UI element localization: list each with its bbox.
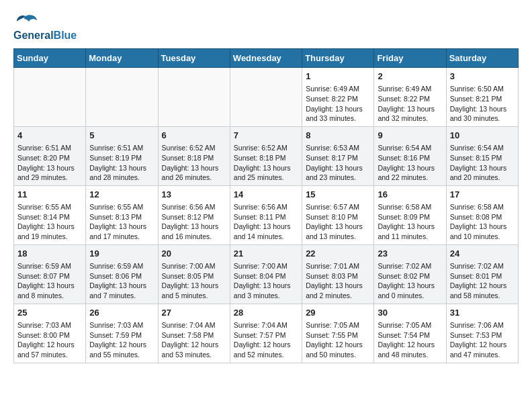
day-number: 2: [378, 71, 442, 83]
sunset-text: Sunset: 7:53 PM: [450, 331, 502, 339]
sunset-text: Sunset: 8:01 PM: [450, 272, 502, 280]
day-number: 28: [234, 307, 298, 319]
sunset-text: Sunset: 8:02 PM: [378, 272, 430, 280]
sunrise-text: Sunrise: 6:58 AM: [450, 203, 504, 211]
sunset-text: Sunset: 8:19 PM: [89, 154, 142, 162]
sunrise-text: Sunrise: 6:56 AM: [234, 203, 287, 211]
sunset-text: Sunset: 8:11 PM: [234, 213, 286, 221]
calendar-cell: 20Sunrise: 7:00 AMSunset: 8:05 PMDayligh…: [158, 244, 230, 304]
sunrise-text: Sunrise: 7:03 AM: [89, 321, 143, 329]
daylight-text: Daylight: 13 hours and 30 minutes.: [450, 105, 507, 123]
daylight-text: Daylight: 12 hours and 50 minutes.: [306, 340, 363, 359]
day-number: 11: [17, 189, 82, 201]
calendar-cell: [86, 68, 158, 127]
sunset-text: Sunset: 7:55 PM: [306, 331, 358, 339]
day-number: 29: [306, 307, 370, 319]
calendar-cell: 21Sunrise: 7:00 AMSunset: 8:04 PMDayligh…: [230, 244, 302, 304]
sunset-text: Sunset: 7:54 PM: [378, 331, 430, 339]
day-number: 23: [378, 248, 442, 260]
day-number: 22: [306, 248, 370, 260]
sunset-text: Sunset: 8:18 PM: [234, 154, 286, 162]
daylight-text: Daylight: 13 hours and 10 minutes.: [450, 222, 507, 240]
calendar-cell: 24Sunrise: 7:02 AMSunset: 8:01 PMDayligh…: [446, 244, 518, 304]
sunrise-text: Sunrise: 6:55 AM: [17, 203, 71, 211]
daylight-text: Daylight: 12 hours and 47 minutes.: [450, 340, 507, 359]
calendar-cell: 12Sunrise: 6:55 AMSunset: 8:13 PMDayligh…: [86, 185, 158, 244]
daylight-text: Daylight: 13 hours and 29 minutes.: [17, 164, 75, 182]
sunset-text: Sunset: 8:08 PM: [450, 213, 502, 221]
daylight-text: Daylight: 12 hours and 52 minutes.: [234, 340, 291, 359]
day-number: 17: [450, 189, 515, 201]
sunset-text: Sunset: 8:07 PM: [17, 272, 70, 280]
weekday-header-sunday: Sunday: [14, 49, 86, 68]
daylight-text: Daylight: 13 hours and 0 minutes.: [378, 281, 435, 300]
sunrise-text: Sunrise: 6:51 AM: [17, 144, 71, 152]
calendar-cell: 31Sunrise: 7:06 AMSunset: 7:53 PMDayligh…: [446, 304, 518, 363]
calendar-week-row: 4Sunrise: 6:51 AMSunset: 8:20 PMDaylight…: [14, 126, 519, 185]
sunset-text: Sunset: 8:00 PM: [17, 331, 70, 339]
calendar-cell: 16Sunrise: 6:58 AMSunset: 8:09 PMDayligh…: [374, 185, 446, 244]
calendar-cell: 30Sunrise: 7:05 AMSunset: 7:54 PMDayligh…: [374, 304, 446, 363]
calendar-cell: 19Sunrise: 6:59 AMSunset: 8:06 PMDayligh…: [86, 244, 158, 304]
day-number: 15: [306, 189, 370, 201]
calendar-cell: 14Sunrise: 6:56 AMSunset: 8:11 PMDayligh…: [230, 185, 302, 244]
sunset-text: Sunset: 8:22 PM: [378, 95, 430, 103]
calendar-cell: 3Sunrise: 6:50 AMSunset: 8:21 PMDaylight…: [446, 68, 518, 127]
sunset-text: Sunset: 8:20 PM: [17, 154, 70, 162]
daylight-text: Daylight: 13 hours and 20 minutes.: [450, 164, 507, 182]
sunrise-text: Sunrise: 6:49 AM: [306, 85, 359, 93]
logo-blue: Blue: [54, 30, 77, 42]
day-number: 31: [450, 307, 515, 319]
daylight-text: Daylight: 12 hours and 58 minutes.: [450, 281, 507, 300]
sunset-text: Sunset: 8:06 PM: [89, 272, 142, 280]
sunrise-text: Sunrise: 6:54 AM: [378, 144, 431, 152]
weekday-header-saturday: Saturday: [446, 49, 518, 68]
calendar-cell: 22Sunrise: 7:01 AMSunset: 8:03 PMDayligh…: [302, 244, 374, 304]
day-number: 6: [162, 130, 226, 142]
daylight-text: Daylight: 13 hours and 23 minutes.: [306, 164, 363, 182]
day-number: 3: [450, 71, 515, 83]
sunrise-text: Sunrise: 6:52 AM: [234, 144, 287, 152]
sunrise-text: Sunrise: 6:53 AM: [306, 144, 359, 152]
day-number: 19: [89, 248, 154, 260]
calendar-week-row: 25Sunrise: 7:03 AMSunset: 8:00 PMDayligh…: [14, 304, 519, 363]
day-number: 30: [378, 307, 442, 319]
day-number: 9: [378, 130, 442, 142]
daylight-text: Daylight: 13 hours and 32 minutes.: [378, 105, 435, 123]
day-number: 20: [162, 248, 226, 260]
sunset-text: Sunset: 8:18 PM: [162, 154, 214, 162]
calendar-cell: 10Sunrise: 6:54 AMSunset: 8:15 PMDayligh…: [446, 126, 518, 185]
sunset-text: Sunset: 8:14 PM: [17, 213, 70, 221]
day-number: 27: [162, 307, 226, 319]
day-number: 8: [306, 130, 370, 142]
logo: General Blue: [13, 13, 77, 42]
sunset-text: Sunset: 8:05 PM: [162, 272, 214, 280]
sunset-text: Sunset: 8:09 PM: [378, 213, 430, 221]
daylight-text: Daylight: 13 hours and 16 minutes.: [162, 222, 219, 240]
calendar-cell: 8Sunrise: 6:53 AMSunset: 8:17 PMDaylight…: [302, 126, 374, 185]
calendar-cell: [158, 68, 230, 127]
sunrise-text: Sunrise: 6:50 AM: [450, 85, 504, 93]
weekday-header-wednesday: Wednesday: [230, 49, 302, 68]
page-header: General Blue: [13, 13, 519, 42]
sunset-text: Sunset: 7:57 PM: [234, 331, 286, 339]
weekday-header-friday: Friday: [374, 49, 446, 68]
sunrise-text: Sunrise: 6:59 AM: [89, 262, 143, 270]
calendar-cell: 28Sunrise: 7:04 AMSunset: 7:57 PMDayligh…: [230, 304, 302, 363]
daylight-text: Daylight: 13 hours and 14 minutes.: [234, 222, 291, 240]
daylight-text: Daylight: 13 hours and 3 minutes.: [234, 281, 291, 300]
calendar-cell: 27Sunrise: 7:04 AMSunset: 7:58 PMDayligh…: [158, 304, 230, 363]
sunrise-text: Sunrise: 7:04 AM: [234, 321, 287, 329]
calendar-cell: 13Sunrise: 6:56 AMSunset: 8:12 PMDayligh…: [158, 185, 230, 244]
weekday-header-thursday: Thursday: [302, 49, 374, 68]
daylight-text: Daylight: 13 hours and 13 minutes.: [306, 222, 363, 240]
sunrise-text: Sunrise: 7:01 AM: [306, 262, 359, 270]
sunset-text: Sunset: 8:12 PM: [162, 213, 214, 221]
sunrise-text: Sunrise: 7:05 AM: [306, 321, 359, 329]
sunset-text: Sunset: 8:16 PM: [378, 154, 430, 162]
calendar-cell: 18Sunrise: 6:59 AMSunset: 8:07 PMDayligh…: [14, 244, 86, 304]
daylight-text: Daylight: 12 hours and 48 minutes.: [378, 340, 435, 359]
daylight-text: Daylight: 13 hours and 8 minutes.: [17, 281, 75, 300]
daylight-text: Daylight: 13 hours and 28 minutes.: [89, 164, 146, 182]
logo-general: General: [13, 30, 54, 42]
